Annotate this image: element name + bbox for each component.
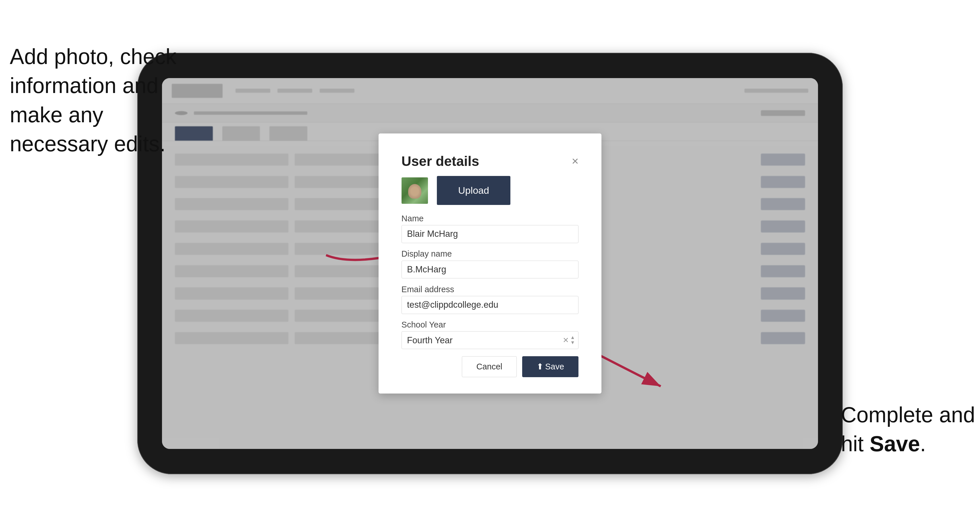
- modal-header: User details ×: [401, 153, 579, 169]
- name-field: Name: [401, 214, 579, 243]
- annotation-left: Add photo, checkinformation andmake anyn…: [10, 42, 177, 159]
- user-details-modal: User details × Upload Name: [379, 133, 602, 394]
- modal-title: User details: [401, 153, 479, 169]
- name-label: Name: [401, 214, 579, 223]
- display-name-field: Display name: [401, 249, 579, 278]
- modal-photo-row: Upload: [401, 176, 579, 205]
- display-name-label: Display name: [401, 249, 579, 259]
- cancel-button[interactable]: Cancel: [462, 356, 517, 377]
- tablet-device: User details × Upload Name: [137, 53, 843, 475]
- modal-overlay: User details × Upload Name: [162, 78, 818, 449]
- annotation-right: Complete and hit Save.: [841, 400, 975, 459]
- display-name-input[interactable]: [401, 260, 579, 279]
- save-icon: ⬆: [536, 362, 543, 371]
- upload-photo-button[interactable]: Upload: [437, 176, 511, 205]
- email-field-group: Email address: [401, 285, 579, 314]
- modal-close-button[interactable]: ×: [572, 155, 579, 167]
- name-input[interactable]: [401, 225, 579, 243]
- email-label: Email address: [401, 285, 579, 294]
- school-year-select[interactable]: First Year Second Year Third Year Fourth…: [401, 331, 579, 349]
- avatar: [401, 178, 428, 204]
- school-year-field: School Year First Year Second Year Third…: [401, 320, 579, 349]
- school-year-label: School Year: [401, 320, 579, 330]
- avatar-image: [401, 178, 428, 204]
- save-label: Save: [545, 362, 564, 371]
- school-year-select-wrapper: First Year Second Year Third Year Fourth…: [401, 331, 579, 349]
- select-clear-icon[interactable]: ✕: [563, 336, 569, 344]
- tablet-screen: User details × Upload Name: [162, 78, 818, 449]
- modal-footer: Cancel ⬆ Save: [401, 356, 579, 377]
- save-button[interactable]: ⬆ Save: [522, 356, 579, 377]
- scene: Add photo, checkinformation andmake anyn…: [0, 0, 980, 527]
- email-input[interactable]: [401, 296, 579, 314]
